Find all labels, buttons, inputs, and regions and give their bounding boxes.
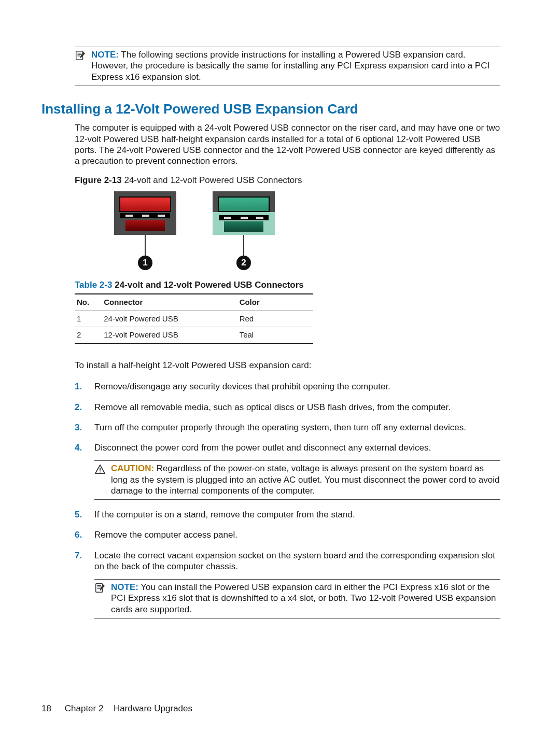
note-icon [75,50,89,64]
connector-12v: 2 [213,191,275,270]
cell-connector: 24-volt Powered USB [102,311,237,327]
note-bottom-body: You can install the Powered USB expansio… [111,582,496,614]
table-row: 1 24-volt Powered USB Red [75,311,313,327]
cell-no: 1 [75,311,102,327]
step-3: Turn off the computer properly through t… [94,422,500,433]
table-caption-text: 24-volt and 12-volt Powered USB Connecto… [115,280,304,290]
step-4-text: Disconnect the power cord from the power… [94,443,431,453]
table-label: Table 2-3 [75,280,112,290]
caution-text: CAUTION: Regardless of the power-on stat… [111,463,500,496]
install-steps: Remove/disengage any security devices th… [75,381,500,619]
connector-24v-top-red [119,196,171,212]
caution-inner: CAUTION: Regardless of the power-on stat… [94,463,500,496]
table-header-row: No. Connector Color [75,294,313,311]
connector-24v-pins [120,213,170,218]
steps-intro: To install a half-height 12-volt Powered… [75,360,500,371]
caution-icon [94,463,109,477]
cell-color: Teal [237,327,313,344]
page-footer: 18 Chapter 2 Hardware Upgrades [41,703,192,714]
caution-callout: CAUTION: Regardless of the power-on stat… [94,460,500,500]
note-callout-bottom: NOTE: You can install the Powered USB ex… [94,579,500,619]
section-heading: Installing a 12-Volt Powered USB Expansi… [41,101,500,118]
note-label: NOTE: [91,50,119,60]
note-bottom-inner: NOTE: You can install the Powered USB ex… [94,582,500,615]
connector-24v: 1 [114,191,176,270]
table-caption: Table 2-3 24-volt and 12-volt Powered US… [75,279,500,290]
note-icon [94,582,109,596]
cell-connector: 12-volt Powered USB [102,327,237,344]
connector-12v-bottom [224,221,263,232]
connector-24v-frame [114,191,176,235]
note-page-pencil-icon [75,50,86,61]
step-5: If the computer is on a stand, remove th… [94,509,500,520]
step-6: Remove the computer access panel. [94,529,500,540]
note-page-pencil-icon [94,582,106,594]
th-connector: Connector [102,294,237,311]
footer-chapter: Chapter 2 [65,704,104,713]
note-callout-inner: NOTE: The following sections provide ins… [75,49,500,82]
cell-no: 2 [75,327,102,344]
note-body: The following sections provide instructi… [91,50,489,82]
figure-connectors: 1 2 [114,191,500,270]
note-bottom-label: NOTE: [111,582,138,592]
callout-ball-1: 1 [138,256,152,270]
table-row: 2 12-volt Powered USB Teal [75,327,313,344]
step-1: Remove/disengage any security devices th… [94,381,500,392]
step-4: Disconnect the power cord from the power… [94,442,500,500]
caution-body: Regardless of the power-on state, voltag… [111,463,499,496]
footer-page-number: 18 [41,703,62,714]
note-callout-top: NOTE: The following sections provide ins… [75,47,500,86]
callout-ball-2: 2 [236,256,251,270]
document-page: NOTE: The following sections provide ins… [0,0,560,745]
figure-caption-text: 24-volt and 12-volt Powered USB Connecto… [124,175,302,185]
connector-12v-top-teal [218,196,270,212]
svg-point-5 [100,472,101,473]
leader-line-2 [243,235,244,256]
figure-label: Figure 2-13 [75,175,122,185]
caution-label: CAUTION: [111,463,154,473]
th-color: Color [237,294,313,311]
note-text: NOTE: The following sections provide ins… [91,49,500,82]
figure-caption: Figure 2-13 24-volt and 12-volt Powered … [75,175,500,186]
step-2: Remove all removable media, such as opti… [94,402,500,413]
leader-line-1 [145,235,146,256]
connector-12v-frame [213,191,275,235]
warning-triangle-icon [94,463,106,475]
connector-24v-bottom [125,220,165,231]
connector-12v-pins [219,215,269,220]
cell-color: Red [237,311,313,327]
intro-paragraph: The computer is equipped with a 24-volt … [75,122,500,166]
note-bottom-text: NOTE: You can install the Powered USB ex… [111,582,500,615]
step-7: Locate the correct vacant expansion sock… [94,550,500,619]
footer-section: Hardware Upgrades [114,704,192,713]
th-no: No. [75,294,102,311]
step-7-text: Locate the correct vacant expansion sock… [94,551,495,571]
usb-connector-table: No. Connector Color 1 24-volt Powered US… [75,293,313,344]
